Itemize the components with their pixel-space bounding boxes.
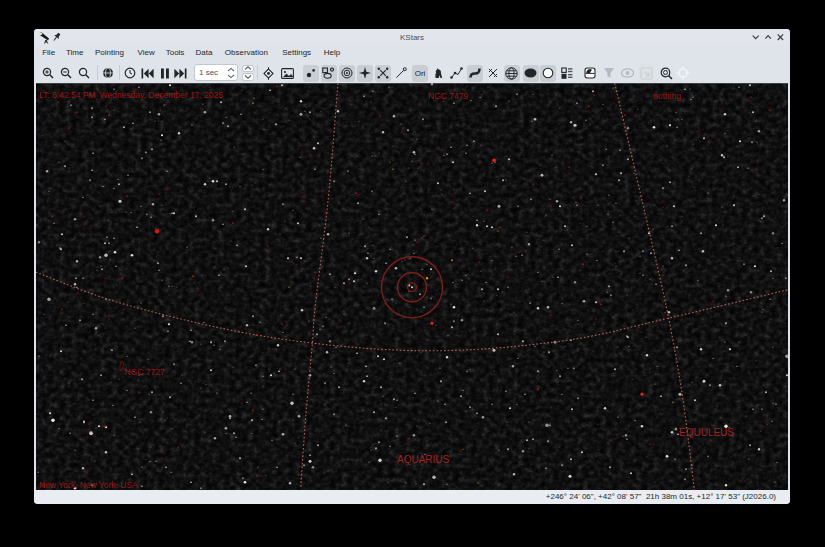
svg-text:EQUULEUS: EQUULEUS xyxy=(679,427,734,438)
svg-text:New York, New York, USA: New York, New York, USA xyxy=(39,480,138,490)
svg-text:NGC 7479: NGC 7479 xyxy=(428,91,468,101)
svg-text:Wednesday, December 17, 2025: Wednesday, December 17, 2025 xyxy=(100,90,224,100)
svg-text:LT: 6:42:54 PM: LT: 6:42:54 PM xyxy=(39,90,96,100)
svg-text:AQUARIUS: AQUARIUS xyxy=(397,454,450,465)
svg-text:NGC 7727: NGC 7727 xyxy=(125,367,165,377)
svg-text:nothing: nothing xyxy=(653,91,681,101)
